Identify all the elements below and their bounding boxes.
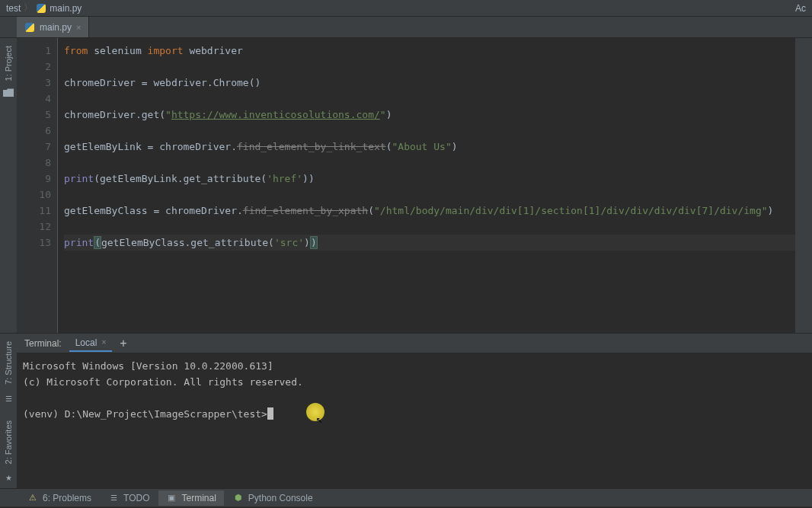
python-file-icon [24,22,35,33]
favorites-tool-label[interactable]: 2: Favorites [4,417,13,467]
chevron-right-icon: 〉 [24,2,33,14]
star-icon[interactable] [5,470,12,484]
python-console-tool-button[interactable]: Python Console [225,490,321,506]
bottom-tool-bar: 6: Problems TODO Terminal Python Console [0,488,812,506]
terminal-tab-label: Local [75,337,98,348]
project-tool-label[interactable]: 1: Project [4,43,13,84]
editor-tab-main[interactable]: main.py × [17,17,89,37]
list-icon [108,493,119,503]
left-tool-strip-lower: 7: Structure 2: Favorites [0,334,17,488]
editor-tab-bar: main.py × [0,17,812,38]
terminal-header: Terminal: Local × + [17,334,812,353]
terminal-tab-local[interactable]: Local × [69,335,113,352]
terminal-content[interactable]: Microsoft Windows [Version 10.0.22000.61… [17,353,812,488]
warning-icon [27,493,38,503]
line-number-gutter: 12345678910111213 [17,38,58,333]
close-icon[interactable]: × [101,338,106,347]
terminal-icon [166,493,177,503]
problems-tool-button[interactable]: 6: Problems [20,490,99,506]
python-file-icon [36,3,46,14]
left-tool-strip: 1: Project [0,38,17,333]
todo-tool-button[interactable]: TODO [101,490,157,506]
terminal-label: Terminal [181,493,216,503]
topnav-right-text: Ac [795,3,806,14]
terminal-tool-button[interactable]: Terminal [158,490,223,506]
todo-label: TODO [123,493,149,503]
problems-label: 6: Problems [43,493,91,503]
breadcrumb-file[interactable]: main.py [50,3,82,14]
code-content[interactable]: from selenium import webdriver chromeDri… [58,38,795,333]
pyconsole-label: Python Console [248,493,313,503]
close-icon[interactable]: × [76,23,81,32]
structure-tool-label[interactable]: 7: Structure [4,338,13,388]
structure-icon[interactable] [5,391,12,404]
folder-icon[interactable] [3,88,14,97]
editor[interactable]: 12345678910111213 from selenium import w… [17,38,795,333]
breadcrumb-project[interactable]: test [6,3,21,14]
terminal-pane: 7: Structure 2: Favorites Terminal: Loca… [0,333,812,488]
add-terminal-button[interactable]: + [120,337,126,350]
mouse-cursor-icon: ↖ [316,411,322,427]
tab-label: main.py [40,22,72,33]
terminal-body: Terminal: Local × + Microsoft Windows [V… [17,334,812,488]
breadcrumb-bar: test 〉 main.py Ac [0,0,812,17]
python-console-icon [233,493,244,503]
editor-area: 1: Project 12345678910111213 from seleni… [0,38,812,333]
breadcrumb: test 〉 main.py [6,2,82,14]
right-gutter [795,38,812,333]
terminal-title: Terminal: [24,338,62,349]
